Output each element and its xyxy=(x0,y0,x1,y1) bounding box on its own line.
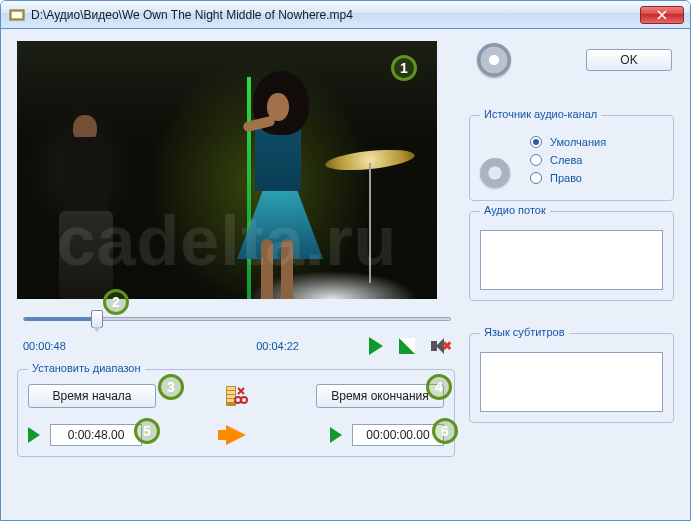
audio-stream-list[interactable] xyxy=(480,230,663,290)
speaker-icon xyxy=(480,158,510,188)
callout-4: 4 xyxy=(426,374,452,400)
subtitle-title: Язык субтитров xyxy=(480,326,569,338)
audio-stream-title: Аудио поток xyxy=(480,204,550,216)
audio-source-title: Источник аудио-канал xyxy=(480,108,601,120)
radio-default[interactable]: Умолчания xyxy=(530,136,663,148)
seek-slider[interactable] xyxy=(23,309,451,335)
callout-5: 5 xyxy=(134,418,160,444)
callout-6: 6 xyxy=(432,418,458,444)
callout-3: 3 xyxy=(158,374,184,400)
titlebar[interactable]: D:\Аудио\Видео\We Own The Night Middle o… xyxy=(1,1,690,29)
radio-icon[interactable] xyxy=(530,136,542,148)
radio-left[interactable]: Слева xyxy=(530,154,663,166)
radio-icon[interactable] xyxy=(530,154,542,166)
end-time-input[interactable] xyxy=(352,424,444,446)
svg-rect-1 xyxy=(12,12,22,18)
svg-rect-4 xyxy=(227,391,235,394)
svg-point-8 xyxy=(241,397,247,403)
play-end-icon[interactable] xyxy=(330,427,342,443)
end-time-button[interactable]: Время окончания xyxy=(316,384,444,408)
seek-thumb[interactable] xyxy=(91,310,103,328)
audio-stream-group: Аудио поток xyxy=(469,211,674,301)
play-icon[interactable] xyxy=(369,337,383,355)
range-group: Установить диапазон Время начала Время о… xyxy=(17,369,455,457)
cut-icon xyxy=(224,384,248,408)
time-current: 00:00:48 xyxy=(23,340,66,352)
mute-icon[interactable]: ✖ xyxy=(431,338,449,354)
start-time-button[interactable]: Время начала xyxy=(28,384,156,408)
window-title: D:\Аудио\Видео\We Own The Night Middle o… xyxy=(31,8,640,22)
start-time-input[interactable] xyxy=(50,424,142,446)
range-group-title: Установить диапазон xyxy=(28,362,145,374)
app-icon xyxy=(9,7,25,23)
callout-2: 2 xyxy=(103,289,129,315)
svg-rect-5 xyxy=(227,395,235,398)
close-button[interactable] xyxy=(640,6,684,24)
stop-icon[interactable] xyxy=(399,338,415,354)
time-total: 00:04:22 xyxy=(256,340,299,352)
radio-icon[interactable] xyxy=(530,172,542,184)
radio-right[interactable]: Право xyxy=(530,172,663,184)
subtitle-list[interactable] xyxy=(480,352,663,412)
arrow-icon xyxy=(226,425,246,445)
svg-rect-6 xyxy=(227,399,235,402)
audio-source-group: Источник аудио-канал Умолчания Слева Пра… xyxy=(469,115,674,201)
video-preview[interactable]: cadelta.ru 1 xyxy=(17,41,437,299)
subtitle-group: Язык субтитров xyxy=(469,333,674,423)
svg-rect-3 xyxy=(227,387,235,390)
callout-1: 1 xyxy=(391,55,417,81)
ok-button[interactable]: OK xyxy=(586,49,672,71)
play-start-icon[interactable] xyxy=(28,427,40,443)
disc-icon xyxy=(477,43,511,77)
